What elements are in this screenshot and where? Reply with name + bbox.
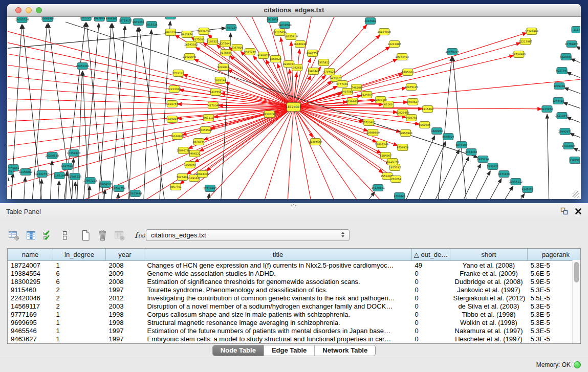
zoom-window-button[interactable]	[36, 7, 42, 13]
table-scrollbar-thumb[interactable]	[574, 262, 579, 282]
cell-year[interactable]: 2009	[106, 269, 144, 277]
table-row[interactable]: 911546021997Tourette syndrome. Phenomeno…	[8, 286, 581, 294]
table-row[interactable]: 977716911998Corpus callosum shape and si…	[8, 310, 581, 318]
cell-in_degree[interactable]: 1	[53, 261, 106, 270]
column-header-name[interactable]: name	[8, 249, 53, 261]
cell-title[interactable]: Estimation of significance thresholds fo…	[144, 277, 412, 286]
cell-out_degree[interactable]: 0	[412, 318, 450, 326]
cell-in_degree[interactable]: 1	[53, 310, 106, 318]
cell-name[interactable]: 18724007	[8, 261, 53, 270]
cell-title[interactable]: Structural magnetic resonance image aver…	[144, 318, 412, 326]
cell-out_degree[interactable]: 0	[412, 326, 450, 335]
cell-title[interactable]: Estimation of the future numbers of pati…	[144, 326, 412, 335]
delete-table-icon[interactable]	[96, 228, 110, 243]
cell-short[interactable]: Jankovic et al. (1997)	[450, 286, 528, 294]
column-header-pagerank[interactable]: pagerank	[528, 249, 581, 261]
table-row[interactable]: 946554611997Estimation of the future num…	[8, 326, 581, 335]
table-row[interactable]: 1456911722003Disruption of a novel membe…	[8, 302, 581, 310]
row-selection-icon[interactable]	[58, 228, 72, 243]
cell-name[interactable]: 22420046	[8, 294, 53, 302]
cell-title[interactable]: Embryonic stem cells: a model to study s…	[144, 335, 412, 343]
cell-short[interactable]: Hescheler et al. (1997)	[450, 335, 528, 343]
cell-title[interactable]: Disruption of a novel member of a sodium…	[144, 302, 412, 310]
cell-name[interactable]: 9463627	[8, 335, 53, 343]
cell-short[interactable]: Yano et al. (2008)	[450, 261, 528, 270]
cell-out_degree[interactable]: 0	[412, 286, 450, 294]
cell-short[interactable]: Stergiakouli et al. (2012)	[450, 294, 528, 302]
table-row[interactable]: 1830029562008Estimation of significance …	[8, 277, 581, 286]
cell-in_degree[interactable]: 1	[53, 326, 106, 335]
cell-title[interactable]: Tourette syndrome. Phenomenology and cla…	[144, 286, 412, 294]
select-all-icon[interactable]	[41, 228, 55, 243]
cell-short[interactable]: Wolkin et al. (1998)	[450, 318, 528, 326]
memory-status-indicator[interactable]	[574, 361, 581, 368]
minimize-window-button[interactable]	[26, 7, 32, 13]
cell-year[interactable]: 2008	[106, 277, 144, 286]
cell-year[interactable]: 1997	[106, 286, 144, 294]
table-row[interactable]: 1938455462009Genome-wide association stu…	[8, 269, 581, 277]
table-options-icon[interactable]	[7, 228, 21, 243]
network-table-select[interactable]: citations_edges.txt	[146, 229, 350, 241]
table-row[interactable]: 969969511998Structural magnetic resonanc…	[8, 318, 581, 326]
cell-in_degree[interactable]: 2	[53, 286, 106, 294]
cell-name[interactable]: 9777169	[8, 310, 53, 318]
cell-in_degree[interactable]: 1	[53, 318, 106, 326]
cell-year[interactable]: 2003	[106, 302, 144, 310]
cell-name[interactable]: 18300295	[8, 277, 53, 286]
show-columns-icon[interactable]	[24, 228, 38, 243]
column-header-title[interactable]: title	[144, 249, 412, 261]
cell-in_degree[interactable]: 1	[53, 335, 106, 343]
resize-grip-icon[interactable]	[573, 191, 579, 198]
column-header-year[interactable]: year	[106, 249, 144, 261]
cell-out_degree[interactable]: 0	[412, 302, 450, 310]
cell-short[interactable]: Nakamura et al. (1997)	[450, 326, 528, 335]
cell-in_degree[interactable]: 6	[53, 269, 106, 277]
cell-out_degree[interactable]: 49	[412, 261, 450, 270]
float-panel-icon[interactable]	[560, 207, 568, 217]
cell-title[interactable]: Changes of HCN gene expression and I(f) …	[144, 261, 412, 270]
cell-title[interactable]: Investigating the contribution of common…	[144, 294, 412, 302]
cell-in_degree[interactable]: 6	[53, 277, 106, 286]
table-row[interactable]: 946362711997Embryonic stem cells: a mode…	[8, 335, 581, 343]
cell-title[interactable]: Corpus callosum shape and size in male p…	[144, 310, 412, 318]
column-header-short[interactable]: short	[450, 249, 528, 261]
cell-out_degree[interactable]: 0	[412, 294, 450, 302]
cell-out_degree[interactable]: 0	[412, 277, 450, 286]
citation-network-graph[interactable]: 9860124891295418226058927508516543382818…	[8, 17, 580, 199]
cell-year[interactable]: 2008	[106, 261, 144, 270]
cell-name[interactable]: 9465546	[8, 326, 53, 335]
table-row[interactable]: 1872400712008Changes of HCN gene express…	[8, 261, 581, 270]
close-panel-icon[interactable]	[575, 208, 582, 217]
table-scrollbar[interactable]	[572, 260, 580, 343]
network-canvas[interactable]: 9860124891295418226058927508516543382818…	[8, 17, 580, 199]
cell-out_degree[interactable]: 0	[412, 310, 450, 318]
column-header-out_degree[interactable]: △ out_de…	[412, 249, 450, 261]
cell-name[interactable]: 14569117	[8, 302, 53, 310]
cell-name[interactable]: 9699695	[8, 318, 53, 326]
cell-title[interactable]: Genome-wide association studies in ADHD.	[144, 269, 412, 277]
cell-out_degree[interactable]: 0	[412, 269, 450, 277]
column-header-in_degree[interactable]: in_degree	[53, 249, 106, 261]
cell-short[interactable]: de Silva et al. (2003)	[450, 302, 528, 310]
table-row[interactable]: 2242004622012Investigating the contribut…	[8, 294, 581, 302]
cell-in_degree[interactable]: 2	[53, 294, 106, 302]
window-titlebar[interactable]: citations_edges.txt	[7, 4, 581, 17]
cell-name[interactable]: 9115460	[8, 286, 53, 294]
cell-year[interactable]: 1997	[106, 335, 144, 343]
cell-out_degree[interactable]: 0	[412, 335, 450, 343]
cell-year[interactable]: 1998	[106, 310, 144, 318]
cell-name[interactable]: 19384554	[8, 269, 53, 277]
cell-short[interactable]: Dudbridge et al. (2008)	[450, 277, 528, 286]
cell-short[interactable]: Tibbo et al. (1998)	[450, 310, 528, 318]
network-view-window[interactable]: citations_edges.txt 98601248912954182260…	[7, 4, 581, 199]
cell-in_degree[interactable]: 2	[53, 302, 106, 310]
tab-edge-table[interactable]: Edge Table	[264, 345, 315, 356]
tab-node-table[interactable]: Node Table	[213, 345, 264, 356]
cell-year[interactable]: 1997	[106, 326, 144, 335]
new-table-icon[interactable]	[79, 228, 93, 243]
splitter-handle[interactable]	[290, 204, 297, 207]
cell-year[interactable]: 1998	[106, 318, 144, 326]
cell-short[interactable]: Franke et al. (2009)	[450, 269, 528, 277]
tab-network-table[interactable]: Network Table	[315, 345, 375, 356]
function-builder-icon[interactable]: f (x)	[134, 228, 147, 243]
